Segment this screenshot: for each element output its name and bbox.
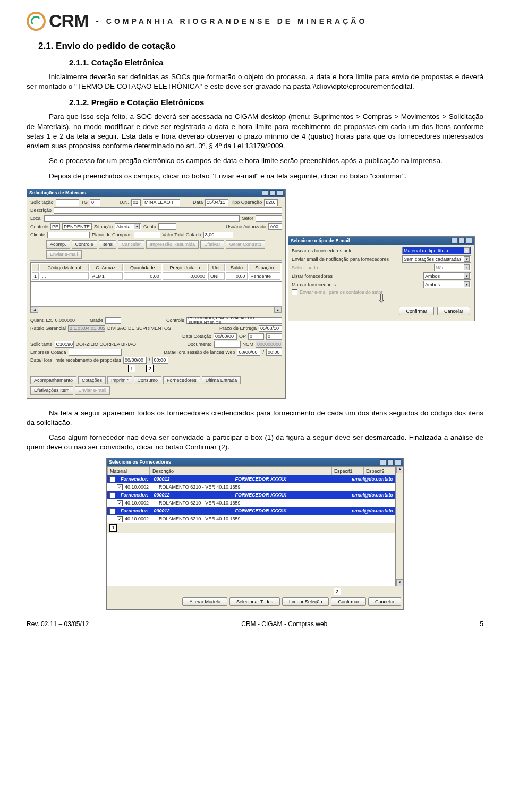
fld-conta[interactable]: . . (158, 223, 176, 230)
fld-usuario[interactable]: A00 (268, 223, 282, 230)
val-rateio-desc: DIVISAO DE SUPRIMENTOS (107, 326, 171, 331)
titlebar-forn: Selecione os Fornecedores (107, 458, 403, 466)
fld-cliente[interactable] (47, 232, 90, 238)
fld-tipoop[interactable]: 820. (264, 199, 278, 206)
btn-cancelar-forn[interactable]: Cancelar (368, 597, 401, 606)
window-title: Solicitações de Materiais (29, 190, 86, 195)
btn-controle[interactable]: Controle (72, 240, 97, 249)
window-controls (451, 238, 472, 244)
close-icon[interactable] (277, 190, 283, 196)
fld-solicitacao[interactable] (56, 199, 79, 206)
fld-prazo[interactable]: 05/08/10 (259, 325, 282, 332)
item-row[interactable]: 40.10.0002 ROLAMENTO 6210 - VER 40.10.16… (107, 499, 395, 507)
fld-setor[interactable] (256, 215, 282, 222)
btn-cancelar-email[interactable]: Cancelar (437, 307, 470, 315)
fld-zero[interactable]: 0 (266, 333, 282, 340)
btn-fornecedores[interactable]: Fornecedores (163, 376, 200, 384)
lbl-listar: Listar fornecedores (292, 273, 333, 279)
btn-selecionar-todos[interactable]: Selecionar Todos (230, 597, 280, 606)
fld-sessao-h[interactable]: 00:00 (266, 349, 282, 356)
window-title-email: Selecione o tipo de E-mail (291, 238, 350, 243)
horizontal-scrollbar[interactable]: ◂▸ (31, 306, 282, 313)
chk-item[interactable] (117, 516, 123, 522)
maximize-icon[interactable] (387, 459, 394, 465)
lbl-setor: Setor (242, 216, 253, 221)
para-after-2: Caso algum fornecedor não deva ser convi… (27, 433, 483, 452)
section-2-1-2-title: 2.1.2. Pregão e Cotação Eletrônicos (69, 98, 483, 107)
fld-un-code[interactable]: 02 (131, 199, 141, 206)
chk-item[interactable] (117, 500, 123, 506)
fld-documento[interactable] (214, 341, 241, 348)
btn-cotacoes[interactable]: Cotações (78, 376, 106, 384)
lbl-plano: Plano de Compras (92, 232, 132, 237)
fld-op[interactable]: 0 (248, 333, 264, 340)
dd-listar[interactable]: Ambos▾ (423, 272, 471, 280)
lbl-documento: Documento (187, 341, 211, 347)
btn-alterar-modelo[interactable]: Alterar Modelo (182, 597, 227, 606)
minimize-icon[interactable] (380, 459, 386, 465)
fld-controle-code[interactable]: PE (50, 223, 60, 230)
btn-confirmar-email[interactable]: Confirmar (399, 307, 434, 315)
fld-data[interactable]: 15/04/11 (205, 199, 228, 206)
chk-setor[interactable] (292, 289, 298, 295)
toolbar-top: Acomp. Controle Itens Cancelar Impressão… (30, 240, 282, 259)
section-2-1-title: 2.1. Envio do pedido de cotação (38, 41, 483, 52)
fld-datacot[interactable]: 00/00/00 (214, 333, 237, 340)
fld-limite-d[interactable]: 00/00/00 (123, 357, 147, 364)
col-situacao: Situação (249, 264, 280, 271)
fld-local[interactable] (44, 215, 240, 222)
maximize-icon[interactable] (458, 238, 465, 244)
table-row[interactable]: 1 . . ALM1 0,00 0,0000 UNI 0,00 Pendente (32, 272, 280, 280)
dd-marcar[interactable]: Ambos▾ (423, 281, 471, 288)
btn-itens[interactable]: Itens (99, 240, 117, 249)
forn-empty-area (107, 533, 395, 586)
col-armaz: C. Armaz. (90, 264, 123, 271)
btn-acomp[interactable]: Acomp. (46, 240, 70, 249)
btn-consumo[interactable]: Consumo (134, 376, 162, 384)
item-row[interactable]: 40.10.0002 ROLAMENTO 6210 - VER 40.10.16… (107, 483, 395, 491)
minimize-icon[interactable] (451, 238, 457, 244)
supplier-row[interactable]: Fornecedor: 000012 FORNECEDOR XXXXX emai… (107, 475, 395, 483)
btn-confirmar-forn[interactable]: Confirmar (331, 597, 366, 606)
dd-buscar[interactable]: Material do tipo título▾ (402, 247, 471, 254)
dd-notif[interactable]: Sem cotações cadastradas▾ (402, 255, 471, 263)
col-descricao: Descrição (150, 467, 332, 475)
btn-efetivacoes[interactable]: Efetivações Item (30, 386, 73, 395)
close-icon[interactable] (395, 459, 401, 465)
btn-imprimir[interactable]: Imprimir (107, 376, 132, 384)
fld-plano[interactable] (134, 232, 160, 238)
maximize-icon[interactable] (269, 190, 276, 196)
item-row[interactable]: 40.10.0002 ROLAMENTO 6210 - VER 40.10.16… (107, 515, 395, 523)
supplier-row[interactable]: Fornecedor: 000012 FORNECEDOR XXXXX emai… (107, 507, 395, 515)
footer-revision: Rev. 02.11 – 03/05/12 (27, 620, 89, 628)
chk-item[interactable] (117, 484, 123, 490)
page-footer: Rev. 02.11 – 03/05/12 CRM - CIGAM - Comp… (27, 620, 483, 628)
company-name: COMPANHIA RIOGRANDENSE DE MINERAÇÃO (106, 17, 368, 25)
btn-limpar-selecao[interactable]: Limpar Seleção (282, 597, 329, 606)
chk-supplier[interactable] (109, 492, 115, 498)
vertical-scrollbar[interactable]: ▴▾ (396, 466, 403, 586)
fld-grade[interactable] (105, 317, 121, 324)
supplier-row[interactable]: Fornecedor: 000012 FORNECEDOR XXXXX emai… (107, 491, 395, 499)
col-preco: Preço Unitário (163, 264, 207, 271)
lbl-marcar: Marcar fornecedores (292, 282, 336, 287)
minimize-icon[interactable] (262, 190, 268, 196)
lbl-datacot: Data Cotação (182, 334, 211, 339)
fld-sessao-d[interactable]: 00/00/00 (237, 349, 260, 356)
chevron-down-icon: ▾ (464, 264, 470, 270)
col-saldo: Saldo (226, 264, 247, 271)
col-especif1: Especif1 (332, 467, 363, 475)
chk-supplier[interactable] (109, 508, 115, 514)
fld-empresa[interactable] (69, 349, 122, 356)
fld-descricao[interactable] (54, 207, 282, 214)
window-controls (380, 459, 401, 465)
fld-tg[interactable]: 0 (90, 199, 100, 206)
dd-situacao[interactable]: Aberta▾ (115, 223, 141, 230)
fld-solic-code[interactable]: C30190 (55, 341, 74, 348)
fld-limite-h[interactable]: 00:00 (152, 357, 168, 364)
btn-acompanhamento[interactable]: Acompanhamento (30, 376, 76, 384)
btn-ultima-entrada[interactable]: Última Entrada (202, 376, 241, 384)
lbl-conta: Conta (143, 224, 156, 229)
close-icon[interactable] (466, 238, 472, 244)
chk-supplier[interactable] (109, 476, 115, 482)
